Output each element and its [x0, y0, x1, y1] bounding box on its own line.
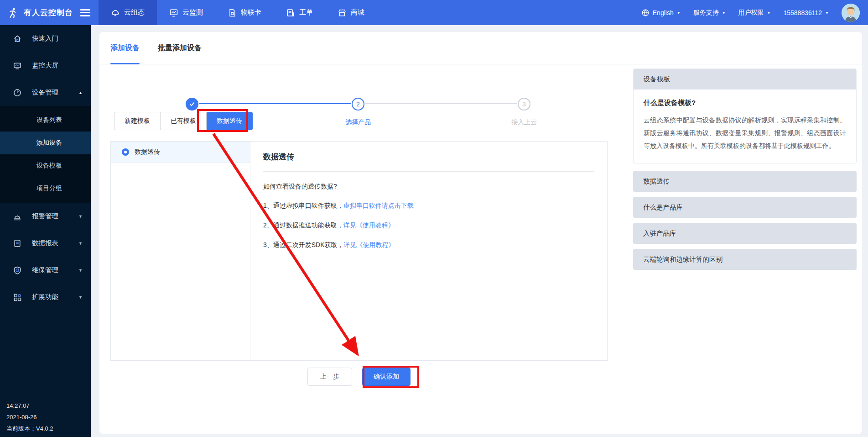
template-tab-transparent[interactable]: 数据透传: [207, 112, 253, 130]
help-link-polling-vs-edge[interactable]: 云端轮询和边缘计算的区别: [633, 249, 857, 270]
detail-step-3: 3、通过二次开发SDK获取，详见《使用教程》: [263, 241, 594, 249]
nav-item-work-order[interactable]: 工单: [274, 0, 325, 25]
step-number: 3: [522, 100, 526, 108]
sidebar-subitem-project-group[interactable]: 项目分组: [0, 177, 91, 200]
sidebar-subitem-device-list[interactable]: 设备列表: [0, 109, 91, 132]
option-detail: 数据透传 如何查看设备的透传数据? 1、通过虚拟串口软件获取，虚拟串口软件请点击…: [250, 142, 607, 360]
help-box-device-template: 设备模板 什么是设备模板? 云组态系统中配置与设备数据协议的解析规则，实现远程采…: [633, 68, 857, 163]
help-link-label: 云端轮询和边缘计算的区别: [643, 255, 722, 264]
template-tab-new[interactable]: 新建模板: [114, 112, 161, 130]
avatar[interactable]: [842, 4, 860, 22]
download-virtual-serial-link[interactable]: 虚拟串口软件请点击下载: [343, 202, 414, 209]
store-icon: [338, 8, 347, 17]
grid-apps-icon: [13, 293, 22, 302]
logo-block: 有人云控制台: [0, 0, 97, 25]
help-link-label: 什么是产品库: [643, 203, 683, 212]
report-icon: [13, 239, 22, 248]
page: 有人云控制台 云组态: [0, 0, 868, 437]
nav-item-label: 云组态: [124, 8, 145, 17]
detail-step-text: 3、通过二次开发SDK获取，: [263, 241, 344, 248]
option-row-transparent[interactable]: 数据透传: [111, 142, 250, 163]
current-time: 14:27:07: [6, 400, 53, 411]
service-support-label: 服务支持: [693, 9, 719, 17]
help-header-label: 设备模板: [644, 75, 670, 84]
account-menu[interactable]: 15588836112 ▼: [783, 9, 829, 16]
tab-label: 批量添加设备: [158, 43, 202, 53]
sidebar-item-maintenance-management[interactable]: 维保管理 ▼: [0, 257, 91, 284]
detail-step-text: 1、通过虚拟串口软件获取，: [263, 202, 343, 209]
device-pie-icon: [13, 88, 22, 97]
step-connector-pending: [365, 103, 517, 104]
sidebar-subitem-device-template[interactable]: 设备模板: [0, 154, 91, 177]
chevron-down-icon: ▼: [722, 11, 726, 15]
sidebar-item-extended-functions[interactable]: 扩展功能 ▼: [0, 284, 91, 311]
tab-add-device[interactable]: 添加设备: [110, 32, 140, 64]
nav-item-cloud-monitor[interactable]: 云监测: [157, 0, 215, 25]
tutorial-link-sdk[interactable]: 详见《使用教程》: [344, 241, 395, 248]
nav-item-mall[interactable]: 商城: [325, 0, 377, 25]
confirm-add-button[interactable]: 确认添加: [362, 368, 411, 386]
cloud-icon: [111, 8, 120, 17]
sidebar-item-label: 扩展功能: [32, 293, 58, 301]
step-2-circle: 2: [352, 98, 364, 111]
sidebar-subitem-label: 设备列表: [36, 116, 62, 124]
tab-label: 添加设备: [110, 43, 140, 53]
nav-item-cloud-scada[interactable]: 云组态: [99, 0, 157, 25]
sidebar-item-label: 设备管理: [32, 88, 58, 97]
help-panel: 设备模板 什么是设备模板? 云组态系统中配置与设备数据协议的解析规则，实现远程采…: [633, 68, 857, 275]
template-tab-label: 新建模板: [125, 117, 150, 125]
selection-panel: 数据透传 数据透传 如何查看设备的透传数据? 1、通过虚拟串口软件获取，虚拟串口…: [110, 141, 608, 361]
user-permission-menu[interactable]: 用户权限 ▼: [738, 9, 771, 17]
home-icon: [13, 34, 22, 43]
device-management-submenu: 设备列表 添加设备 设备模板 项目分组: [0, 106, 91, 203]
help-body: 什么是设备模板? 云组态系统中配置与设备数据协议的解析规则，实现远程采集和控制。…: [634, 90, 856, 163]
sidebar-item-monitor-screen[interactable]: 监控大屏: [0, 52, 91, 79]
sidebar-item-device-management[interactable]: 设备管理 ▲: [0, 79, 91, 106]
divider: [263, 171, 594, 172]
radio-selected-icon[interactable]: [122, 148, 129, 156]
sidebar-item-data-report[interactable]: 数据报表 ▼: [0, 230, 91, 257]
step-1-circle: [186, 98, 198, 111]
language-label: English: [653, 9, 674, 16]
sidebar-item-quick-start[interactable]: 快速入门: [0, 25, 91, 52]
step-number: 2: [356, 100, 360, 108]
chevron-down-icon: ▼: [767, 11, 771, 15]
nav-item-label: 云监测: [182, 8, 203, 17]
help-link-what-is-product-library[interactable]: 什么是产品库: [633, 197, 857, 218]
template-tab-existing[interactable]: 已有模板: [161, 112, 207, 130]
sidebar-subitem-add-device[interactable]: 添加设备: [0, 132, 91, 154]
main-nav: 云组态 云监测 物联卡: [99, 0, 377, 25]
main-card: 添加设备 批量添加设备 2 3 基本信息 选择产品 接入上云 新建模板 已有模板…: [99, 32, 862, 434]
button-label: 确认添加: [374, 373, 399, 381]
chevron-down-icon: ▼: [677, 11, 681, 15]
template-tab-label: 已有模板: [171, 117, 196, 125]
sidebar-item-label: 数据报表: [32, 239, 58, 247]
tutorial-link-data-push[interactable]: 详见《使用教程》: [343, 221, 395, 229]
service-support-menu[interactable]: 服务支持 ▼: [693, 9, 726, 17]
detail-step-2: 2、通过数据推送功能获取，详见《使用教程》: [263, 221, 594, 230]
option-label: 数据透传: [135, 148, 160, 156]
hamburger-menu-icon[interactable]: [80, 9, 90, 16]
help-question-body: 云组态系统中配置与设备数据协议的解析规则，实现远程采集和控制。新版云服务将通讯协…: [644, 114, 846, 152]
chevron-down-icon: ▼: [78, 295, 83, 300]
language-switcher[interactable]: English ▼: [641, 9, 681, 17]
help-link-join-product-library[interactable]: 入驻产品库: [633, 223, 857, 244]
chevron-down-icon: ▼: [78, 214, 83, 219]
sidebar-subitem-label: 添加设备: [36, 139, 62, 147]
detail-step-text: 2、通过数据推送功能获取，: [263, 221, 343, 229]
help-link-data-transparent[interactable]: 数据透传: [633, 171, 857, 192]
sidebar-item-alarm-management[interactable]: 报警管理 ▼: [0, 203, 91, 230]
sidebar-item-label: 快速入门: [32, 34, 58, 43]
help-link-label: 入驻产品库: [643, 229, 676, 238]
nav-item-iot-sim[interactable]: 物联卡: [215, 0, 274, 25]
button-label: 上一步: [320, 373, 339, 381]
tab-batch-add-device[interactable]: 批量添加设备: [158, 32, 202, 64]
nav-item-label: 工单: [299, 8, 313, 17]
sidebar-footer: 14:27:07 2021-08-26 当前版本：V4.0.2: [6, 400, 53, 434]
template-type-tabs: 新建模板 已有模板 数据透传: [114, 112, 253, 130]
option-list: 数据透传: [111, 142, 250, 360]
help-header-device-template[interactable]: 设备模板: [634, 69, 856, 90]
previous-step-button[interactable]: 上一步: [307, 368, 352, 386]
top-navbar: 有人云控制台 云组态: [0, 0, 868, 25]
account-phone: 15588836112: [783, 9, 822, 16]
